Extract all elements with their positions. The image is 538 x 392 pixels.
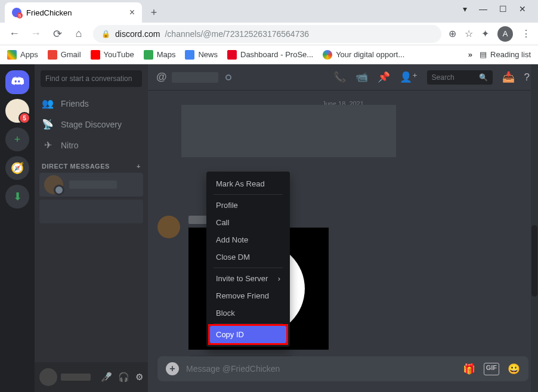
ctx-remove-friend[interactable]: Remove Friend xyxy=(210,287,286,304)
message-placeholder: Message @FriedChicken xyxy=(186,364,280,374)
reading-list-icon: ▤ xyxy=(480,50,487,59)
gift-icon[interactable]: 🎁 xyxy=(463,363,475,375)
help-icon[interactable]: ? xyxy=(524,71,530,83)
add-server-button[interactable]: + xyxy=(5,127,29,151)
url-path: /channels/@me/723125263176564736 xyxy=(165,29,309,39)
lock-icon: 🔒 xyxy=(101,30,110,38)
message-avatar[interactable] xyxy=(157,216,180,238)
ctx-add-note[interactable]: Add Note xyxy=(210,231,286,248)
attach-icon[interactable]: + xyxy=(166,362,179,375)
self-username xyxy=(61,374,91,381)
gif-icon[interactable]: GIF xyxy=(484,363,499,375)
dm-section-header: DIRECT MESSAGES + xyxy=(35,155,148,172)
bookmark-news[interactable]: News xyxy=(185,50,218,60)
pinned-messages-icon[interactable]: 📌 xyxy=(378,71,390,83)
nitro-icon: ✈ xyxy=(42,139,54,151)
bookmark-digital[interactable]: Your digital opport... xyxy=(323,50,404,60)
search-icon: 🔍 xyxy=(479,73,488,82)
address-bar: ← → ⟳ ⌂ 🔒 discord.com/channels/@me/72312… xyxy=(0,23,538,45)
url-host: discord.com xyxy=(115,29,160,39)
home-server-button[interactable] xyxy=(5,70,29,94)
channel-header: @ 📞 📹 📌 👤⁺ Search🔍 📥 ? xyxy=(148,64,538,91)
menu-icon[interactable]: ⋮ xyxy=(521,28,531,39)
ctx-call[interactable]: Call xyxy=(210,214,286,231)
close-window-icon[interactable]: ✕ xyxy=(519,4,526,14)
ctx-copy-id[interactable]: Copy ID xyxy=(210,326,286,343)
explore-servers-button[interactable]: 🧭 xyxy=(5,156,29,180)
tab-close-icon[interactable]: × xyxy=(129,7,135,18)
maps-icon xyxy=(144,50,153,60)
reading-list-button[interactable]: ▤Reading list xyxy=(480,50,531,59)
download-apps-button[interactable]: ⬇ xyxy=(5,185,29,209)
home-button[interactable]: ⌂ xyxy=(72,27,86,41)
bookmarks-bar: Apps Gmail YouTube Maps News Dashboard -… xyxy=(0,45,538,64)
search-input[interactable]: Search🔍 xyxy=(427,70,493,85)
dm-username xyxy=(69,181,117,189)
back-button[interactable]: ← xyxy=(7,27,21,41)
inbox-icon[interactable]: 📥 xyxy=(502,71,515,83)
bookmark-youtube[interactable]: YouTube xyxy=(91,50,134,60)
reload-button[interactable]: ⟳ xyxy=(50,27,64,41)
create-dm-icon[interactable]: + xyxy=(137,163,141,170)
ctx-profile[interactable]: Profile xyxy=(210,197,286,214)
dm-item-active[interactable] xyxy=(39,173,143,197)
bookmark-gmail[interactable]: Gmail xyxy=(48,50,81,60)
news-icon xyxy=(185,50,194,60)
status-indicator xyxy=(225,74,231,80)
mute-mic-icon[interactable]: 🎤̸ xyxy=(101,372,112,382)
emoji-icon[interactable]: 😀 xyxy=(508,363,520,375)
ctx-block[interactable]: Block xyxy=(210,304,286,322)
discord-favicon-icon xyxy=(12,8,21,17)
settings-icon[interactable]: ⚙ xyxy=(135,372,143,382)
browser-tab[interactable]: FriedChicken × xyxy=(5,2,142,23)
window-controls: ▾ — ☐ ✕ xyxy=(451,0,538,18)
add-friends-icon[interactable]: 👤⁺ xyxy=(400,71,418,83)
new-tab-button[interactable]: + xyxy=(146,4,162,21)
forward-button[interactable]: → xyxy=(29,27,43,41)
voice-call-icon[interactable]: 📞 xyxy=(333,71,346,83)
profile-avatar[interactable]: A xyxy=(497,26,513,42)
url-input[interactable]: 🔒 discord.com/channels/@me/7231252631765… xyxy=(93,25,441,43)
ctx-close-dm[interactable]: Close DM xyxy=(210,248,286,266)
ctx-mark-read[interactable]: Mark As Read xyxy=(210,175,286,192)
gmail-icon xyxy=(48,50,57,60)
video-call-icon[interactable]: 📹 xyxy=(355,71,368,83)
friends-icon: 👥 xyxy=(42,98,54,109)
find-conversation-input[interactable]: Find or start a conversation xyxy=(41,70,142,87)
stage-icon: 📡 xyxy=(42,119,54,130)
bookmark-apps[interactable]: Apps xyxy=(7,50,38,60)
zoom-icon[interactable]: ⊕ xyxy=(449,28,456,39)
dm-avatar xyxy=(44,175,63,194)
star-icon[interactable]: ☆ xyxy=(465,28,473,39)
bookmark-dashboard[interactable]: Dashboard - ProSe... xyxy=(227,50,313,60)
google-icon xyxy=(323,50,332,60)
sidebar-stage[interactable]: 📡Stage Discovery xyxy=(35,114,148,135)
minimize-icon[interactable]: — xyxy=(479,4,487,14)
ctx-invite-server[interactable]: Invite to Server› xyxy=(210,270,286,287)
youtube-icon xyxy=(91,50,100,60)
ctx-separator xyxy=(214,267,283,268)
server-list: + 🧭 ⬇ xyxy=(0,64,35,392)
channel-name xyxy=(172,72,218,83)
scrollbar-thumb[interactable] xyxy=(531,225,537,297)
dropdown-icon[interactable]: ▾ xyxy=(463,4,467,14)
file-attachment[interactable]: vide 476.7 ⬇ xyxy=(188,356,293,356)
server-item[interactable] xyxy=(5,99,29,123)
pinterest-icon xyxy=(227,50,237,60)
message-list: June 18, 2021 📞 📞 📞 📞 vi xyxy=(148,91,538,356)
bookmark-maps[interactable]: Maps xyxy=(144,50,176,60)
dm-item[interactable] xyxy=(39,200,143,223)
extensions-icon[interactable]: ✦ xyxy=(481,28,489,39)
apps-icon xyxy=(7,50,17,60)
sidebar-nitro[interactable]: ✈Nitro xyxy=(35,135,148,155)
headphones-icon[interactable]: 🎧 xyxy=(118,372,129,382)
discord-app: + 🧭 ⬇ Find or start a conversation 👥Frie… xyxy=(0,64,538,392)
tab-title: FriedChicken xyxy=(26,8,72,17)
user-context-menu: Mark As Read Profile Call Add Note Close… xyxy=(206,172,290,347)
message-input[interactable]: + Message @FriedChicken 🎁 GIF 😀 xyxy=(157,356,528,381)
bookmarks-overflow-icon[interactable]: » xyxy=(468,50,472,59)
sidebar-friends[interactable]: 👥Friends xyxy=(35,93,148,114)
self-avatar[interactable] xyxy=(39,368,57,386)
channel-sidebar: Find or start a conversation 👥Friends 📡S… xyxy=(35,64,148,392)
maximize-icon[interactable]: ☐ xyxy=(499,4,507,14)
